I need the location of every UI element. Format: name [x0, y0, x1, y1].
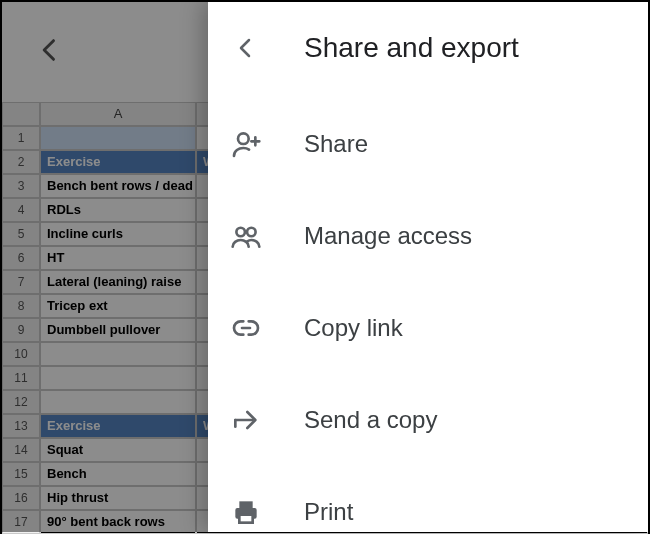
row-number[interactable]: 11 — [2, 366, 40, 390]
chevron-left-icon — [234, 36, 258, 60]
menu-item-label: Copy link — [304, 314, 403, 342]
menu-item-print[interactable]: Print — [208, 466, 648, 534]
row-number[interactable]: 12 — [2, 390, 40, 414]
cell-a[interactable] — [40, 342, 196, 366]
row-number[interactable]: 7 — [2, 270, 40, 294]
row-number[interactable]: 13 — [2, 414, 40, 438]
menu: ShareManage accessCopy linkSend a copyPr… — [208, 98, 648, 534]
app-window: A 12ExerciseWeight3Bench bent rows / dea… — [0, 0, 650, 534]
menu-item-label: Send a copy — [304, 406, 437, 434]
person-add-icon — [226, 124, 266, 164]
cell-a[interactable]: Exercise — [40, 414, 196, 438]
menu-item-copy-link[interactable]: Copy link — [208, 282, 648, 374]
cell-a[interactable]: Dumbbell pullover — [40, 318, 196, 342]
cell-a[interactable]: 90° bent back rows — [40, 510, 196, 534]
row-number[interactable]: 3 — [2, 174, 40, 198]
row-number[interactable]: 1 — [2, 126, 40, 150]
row-number[interactable]: 5 — [2, 222, 40, 246]
cell-a[interactable] — [40, 390, 196, 414]
row-number[interactable]: 10 — [2, 342, 40, 366]
menu-item-label: Print — [304, 498, 353, 526]
row-number[interactable]: 6 — [2, 246, 40, 270]
corner-cell[interactable] — [2, 102, 40, 126]
menu-item-label: Manage access — [304, 222, 472, 250]
panel-title: Share and export — [304, 32, 519, 64]
cell-a[interactable]: Incline curls — [40, 222, 196, 246]
people-icon — [226, 216, 266, 256]
cell-a[interactable]: RDLs — [40, 198, 196, 222]
cell-a[interactable]: Hip thrust — [40, 486, 196, 510]
cell-a[interactable] — [40, 366, 196, 390]
print-icon — [226, 492, 266, 532]
cell-a[interactable] — [40, 126, 196, 150]
cell-a[interactable]: Tricep ext — [40, 294, 196, 318]
row-number[interactable]: 9 — [2, 318, 40, 342]
panel-back-button[interactable] — [226, 28, 266, 68]
link-icon — [226, 308, 266, 348]
cell-a[interactable]: Squat — [40, 438, 196, 462]
row-number[interactable]: 16 — [2, 486, 40, 510]
share-export-panel: Share and export ShareManage accessCopy … — [208, 2, 648, 532]
cell-a[interactable]: Exercise — [40, 150, 196, 174]
cell-a[interactable]: Bench — [40, 462, 196, 486]
chevron-left-icon — [36, 36, 64, 64]
menu-item-manage-access[interactable]: Manage access — [208, 190, 648, 282]
row-number[interactable]: 2 — [2, 150, 40, 174]
cell-a[interactable]: Bench bent rows / dead — [40, 174, 196, 198]
back-button[interactable] — [36, 36, 76, 76]
column-header-a[interactable]: A — [40, 102, 196, 126]
menu-item-send-a-copy[interactable]: Send a copy — [208, 374, 648, 466]
row-number[interactable]: 8 — [2, 294, 40, 318]
menu-item-label: Share — [304, 130, 368, 158]
menu-item-share[interactable]: Share — [208, 98, 648, 190]
cell-a[interactable]: HT — [40, 246, 196, 270]
row-number[interactable]: 17 — [2, 510, 40, 534]
panel-header: Share and export — [208, 2, 648, 90]
row-number[interactable]: 4 — [2, 198, 40, 222]
row-number[interactable]: 15 — [2, 462, 40, 486]
row-number[interactable]: 14 — [2, 438, 40, 462]
send-icon — [226, 400, 266, 440]
cell-a[interactable]: Lateral (leaning) raise — [40, 270, 196, 294]
